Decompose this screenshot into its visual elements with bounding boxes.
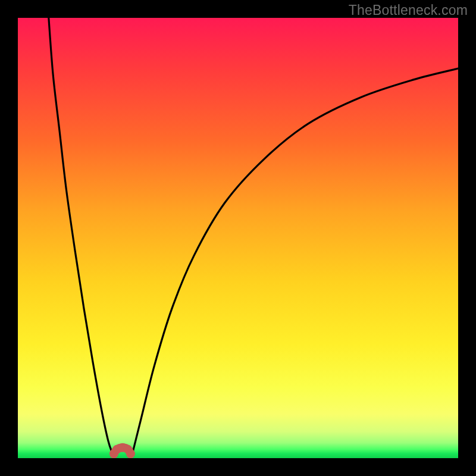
notch-marker: [109, 443, 135, 458]
black-curve: [49, 18, 458, 456]
curve-layer: [18, 18, 458, 458]
watermark-text: TheBottleneck.com: [349, 2, 468, 18]
plot-area: [18, 18, 458, 458]
chart-frame: TheBottleneck.com: [0, 0, 476, 476]
svg-point-4: [126, 449, 135, 458]
